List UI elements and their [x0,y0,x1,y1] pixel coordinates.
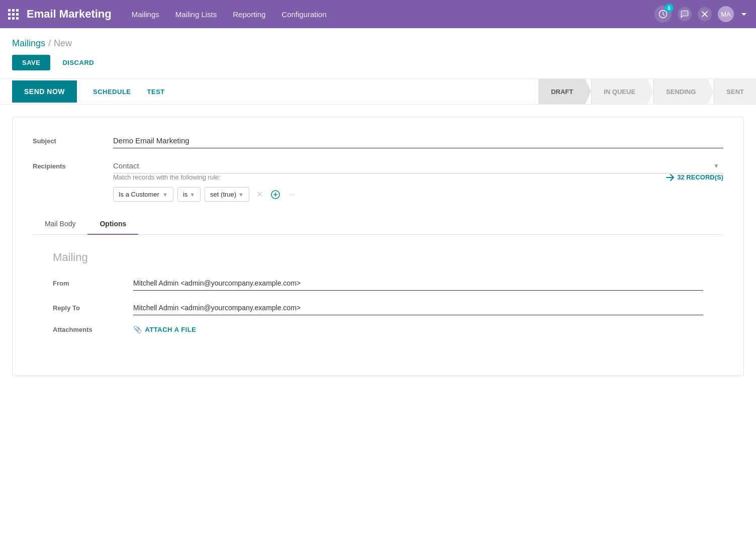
step-draft[interactable]: DRAFT [538,79,585,104]
match-rule-text: Match records with the following rule: [113,173,662,181]
nav-reporting[interactable]: Reporting [233,10,265,19]
tab-mail-body-label: Mail Body [45,220,75,228]
filter-field-arrow: ▼ [162,192,168,198]
paperclip-icon: 📎 [133,325,142,333]
status-bar: SEND NOW SCHEDULE TEST DRAFT IN QUEUE SE… [0,78,756,105]
reply-to-row: Reply To [53,301,703,315]
form-card: Subject Recipients Contact ▼ Match recor… [12,117,744,376]
records-count: 32 RECORD(S) [677,173,723,181]
filter-row: Is a Customer ▼ is ▼ set (true) ▼ ✕ [113,187,723,202]
nav-mailings[interactable]: Mailings [132,10,159,19]
filter-value-label: set (true) [210,191,236,198]
avatar[interactable]: MA [718,6,734,22]
save-button[interactable]: SAVE [12,55,50,70]
recipients-row: Recipients Contact ▼ Match records with … [33,158,723,202]
records-link[interactable]: 32 RECORD(S) [666,173,723,181]
recipients-select[interactable]: Contact [113,158,723,173]
from-row: From [53,276,703,291]
tab-options[interactable]: Options [87,214,138,235]
reply-to-field [133,301,703,315]
step-sent[interactable]: SENT [714,79,756,104]
notif-badge: 8 [665,4,674,13]
test-button[interactable]: TEST [139,81,173,103]
nav-mailing-lists[interactable]: Mailing Lists [175,10,217,19]
step-sending[interactable]: SENDING [653,79,708,104]
filter-field-select[interactable]: Is a Customer ▼ [113,187,173,202]
filter-add-button[interactable] [269,189,281,201]
breadcrumb: Mailings / New [12,38,744,49]
filter-remove-button[interactable]: ✕ [253,189,265,201]
from-field [133,276,703,291]
subject-input[interactable] [113,133,723,148]
page-content: Mailings / New SAVE DISCARD SEND NOW SCH… [0,28,756,539]
from-label: From [53,280,133,287]
tab-options-label: Options [100,220,126,228]
recipients-label: Recipients [33,158,113,170]
filter-more-button[interactable]: ··· [286,189,298,201]
tabs-bar: Mail Body Options [33,214,723,235]
app-title: Email Marketing [27,8,112,21]
reply-to-input[interactable] [133,301,703,315]
attach-file-button[interactable]: 📎 ATTACH A FILE [133,325,703,333]
tab-mail-body[interactable]: Mail Body [33,214,87,235]
recipients-select-wrapper: Contact ▼ [113,158,723,173]
breadcrumb-current: New [54,38,72,49]
schedule-button[interactable]: SCHEDULE [85,81,139,103]
breadcrumb-separator: / [48,38,51,49]
navbar-actions: 8 MA [654,6,748,23]
attach-file-label: ATTACH A FILE [145,326,197,333]
filter-operator-select[interactable]: is ▼ [177,187,201,202]
nav-configuration[interactable]: Configuration [281,10,326,19]
step-in-queue[interactable]: IN QUEUE [591,79,647,104]
navbar: Email Marketing Mailings Mailing Lists R… [0,0,756,28]
avatar-initials: MA [721,11,731,18]
svg-marker-3 [741,13,746,16]
action-buttons: SAVE DISCARD [12,55,744,70]
filter-operator-label: is [183,191,187,198]
filter-field-label: Is a Customer [119,191,159,198]
mailing-title: Mailing [53,251,703,264]
breadcrumb-area: Mailings / New SAVE DISCARD [0,28,756,74]
notifications-button[interactable]: 8 [654,6,672,23]
filter-value-select[interactable]: set (true) ▼ [205,187,249,202]
attachments-row: Attachments 📎 ATTACH A FILE [53,325,703,333]
dropdown-chevron-icon[interactable] [740,10,748,18]
attachments-label: Attachments [53,326,133,333]
nav-links: Mailings Mailing Lists Reporting Configu… [132,10,654,19]
attachments-field: 📎 ATTACH A FILE [133,325,703,333]
messages-icon[interactable] [678,7,692,21]
filter-value-arrow: ▼ [238,192,244,198]
send-now-button[interactable]: SEND NOW [12,80,77,103]
filter-operator-arrow: ▼ [190,192,195,198]
reply-to-label: Reply To [53,304,133,312]
mailing-section: Mailing From Reply To Attachments [33,235,723,360]
arrow-right-icon [666,174,674,181]
match-rule-row: Match records with the following rule: 3… [113,173,723,181]
subject-label: Subject [33,133,113,145]
from-input[interactable] [133,276,703,291]
grid-menu-icon[interactable] [8,9,19,20]
close-icon[interactable] [698,7,712,21]
recipients-field: Contact ▼ Match records with the followi… [113,158,723,202]
status-pipeline: DRAFT IN QUEUE SENDING SENT [538,79,756,104]
breadcrumb-parent[interactable]: Mailings [12,38,45,49]
subject-field [113,133,723,148]
discard-button[interactable]: DISCARD [54,55,102,70]
subject-row: Subject [33,133,723,148]
